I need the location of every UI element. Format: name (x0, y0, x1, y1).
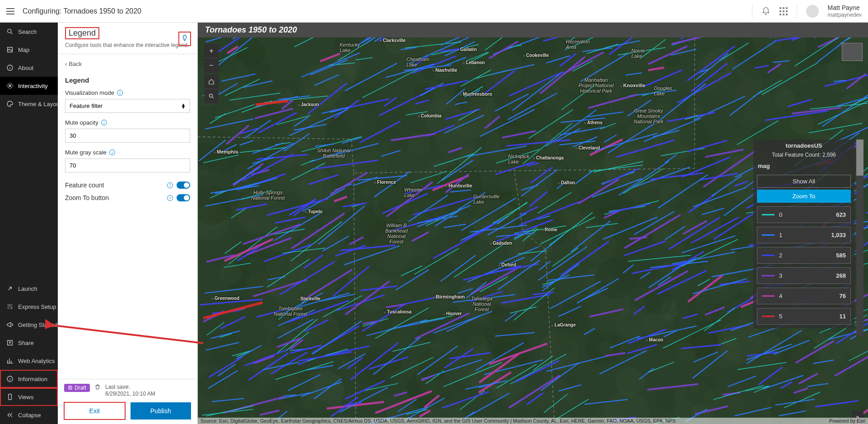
legend-swatch (762, 214, 775, 215)
chevron-updown-icon: ▲▼ (181, 103, 186, 109)
sidebar-item-interactivity[interactable]: Interactivity (0, 77, 58, 95)
zoom-to-button[interactable]: Zoom To (757, 190, 851, 203)
legend-item[interactable]: 2 585 (757, 247, 851, 264)
info-icon[interactable]: i (109, 149, 115, 155)
hamburger-icon[interactable] (6, 8, 14, 14)
sidebar-item-launch[interactable]: Launch (0, 280, 58, 298)
sidebar-item-getting-started[interactable]: Getting Started (0, 316, 58, 334)
trash-icon[interactable] (94, 384, 101, 390)
zoom-in-button[interactable]: + (204, 44, 219, 58)
map-viewport[interactable]: Nashville Knoxville Memphis Jackson Colu… (198, 37, 868, 424)
sidebar-item-share[interactable]: Share (0, 334, 58, 352)
config-subtitle: Configure tools that enhance the interac… (65, 42, 190, 48)
svg-point-304 (857, 401, 867, 410)
svg-point-571 (623, 377, 652, 406)
sidebar-item-collapse[interactable]: Collapse (0, 406, 58, 424)
avatar[interactable] (806, 5, 819, 18)
exit-button[interactable]: Exit (64, 402, 125, 419)
publish-button[interactable]: Publish (131, 402, 191, 419)
svg-point-177 (826, 61, 846, 81)
legend-count: 268 (836, 272, 846, 279)
legend-item[interactable]: 0 623 (757, 206, 851, 223)
legend-count: 76 (840, 293, 846, 299)
feature-count-label: Feature count (65, 182, 104, 189)
info-icon[interactable]: i (101, 120, 107, 126)
svg-point-364 (422, 68, 435, 80)
svg-point-586 (372, 231, 413, 272)
svg-point-528 (577, 229, 593, 246)
mute-opacity-label: Mute opacity i (65, 119, 190, 126)
user-info[interactable]: Matt Payne mattpaynedev (828, 4, 862, 18)
legend-category: 2 (775, 252, 836, 259)
draft-badge: Draft (64, 384, 90, 392)
svg-point-192 (850, 106, 862, 118)
search-map-button[interactable] (204, 89, 219, 103)
palette-icon (6, 100, 14, 107)
svg-point-560 (206, 347, 241, 382)
chevron-left-icon: ‹ (65, 61, 67, 67)
mute-opacity-input[interactable] (65, 129, 190, 143)
svg-point-43 (602, 75, 621, 95)
feature-count-toggle[interactable] (177, 182, 190, 189)
svg-point-607 (595, 258, 636, 299)
map-icon (6, 46, 14, 53)
chart-icon (6, 357, 14, 364)
zoom-to-toggle[interactable] (177, 194, 190, 201)
home-icon (208, 79, 215, 85)
config-panel: Legend Configure tools that enhance the … (58, 23, 198, 424)
svg-point-543 (818, 397, 839, 418)
map-title: Tornadoes 1950 to 2020 (198, 23, 868, 37)
mute-gray-label: Mute gray scale i (65, 149, 190, 156)
sidebar-item-analytics[interactable]: Web Analytics (0, 352, 58, 370)
info-icon[interactable]: i (167, 182, 173, 188)
info-icon[interactable]: i (117, 90, 123, 96)
svg-rect-6 (9, 394, 12, 400)
svg-point-595 (552, 52, 595, 94)
show-all-button[interactable]: Show All (757, 175, 851, 188)
basemap-toggle[interactable] (842, 43, 863, 61)
viz-mode-select[interactable]: Feature filter ▲▼ (65, 99, 190, 113)
legend-item[interactable]: 1 1,033 (757, 227, 851, 243)
sidebar-item-map[interactable]: Map (0, 41, 58, 59)
svg-point-428 (205, 143, 237, 174)
legend-swatch (762, 234, 775, 236)
apps-icon[interactable] (779, 7, 788, 15)
legend-item[interactable]: 3 268 (757, 267, 851, 284)
sidebar-item-views[interactable]: Views (0, 388, 58, 406)
search-icon (208, 93, 215, 99)
zoom-out-button[interactable]: − (204, 58, 219, 73)
svg-point-348 (640, 39, 649, 48)
svg-point-472 (356, 116, 369, 129)
collapse-icon (6, 411, 14, 419)
legend-category: 5 (775, 313, 840, 320)
legend-category: 0 (775, 211, 836, 218)
nav-tools (204, 75, 219, 103)
sidebar-item-theme[interactable]: Theme & Layout (0, 95, 58, 113)
sidebar: Search Map About Interactivity Theme & L… (0, 23, 58, 424)
attribution: Source: Esri, DigitalGlobe, GeoEye, Eart… (198, 418, 868, 424)
svg-point-50 (367, 389, 387, 408)
back-button[interactable]: ‹ Back (65, 54, 190, 74)
sidebar-item-search[interactable]: Search (0, 23, 58, 41)
sidebar-item-information[interactable]: Information (0, 370, 58, 388)
legend-panel: tornadoesUS Total Feature Count: 2,596 m… (753, 140, 854, 328)
svg-point-568 (682, 202, 721, 242)
info-icon[interactable]: i (167, 195, 173, 201)
legend-item[interactable]: 5 11 (757, 308, 851, 325)
gear-icon (6, 82, 14, 89)
home-button[interactable] (204, 75, 219, 89)
sidebar-item-express[interactable]: Express Setup (0, 298, 58, 316)
svg-point-409 (731, 121, 741, 131)
mute-gray-input[interactable] (65, 158, 190, 172)
zoom-to-label: Zoom To button (65, 194, 109, 201)
legend-scrollbar[interactable] (856, 140, 863, 336)
legend-item[interactable]: 4 76 (757, 288, 851, 304)
tip-button[interactable] (178, 32, 191, 46)
sidebar-item-about[interactable]: About (0, 59, 58, 77)
svg-point-601 (554, 167, 586, 199)
svg-point-550 (775, 51, 799, 76)
svg-point-433 (660, 182, 684, 206)
svg-point-577 (644, 287, 672, 315)
bell-icon[interactable] (761, 7, 770, 16)
zoom-tools: + − (204, 44, 219, 73)
